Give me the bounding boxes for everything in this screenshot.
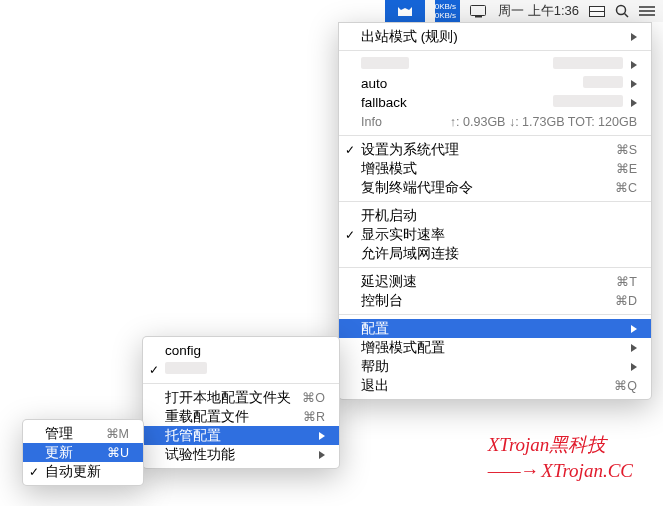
cat-icon — [396, 3, 414, 19]
svg-rect-0 — [471, 5, 486, 15]
menu-label: 增强模式配置 — [361, 339, 623, 357]
svg-rect-4 — [590, 12, 604, 16]
display-icon[interactable] — [470, 5, 488, 18]
watermark: XTrojan黑科技 ——→ XTrojan.CC — [488, 432, 633, 484]
menu-console[interactable]: 控制台 ⌘D — [339, 291, 651, 310]
menu-label: 配置 — [361, 320, 623, 338]
menu-label: 托管配置 — [165, 427, 311, 445]
menu-experimental[interactable]: 试验性功能 — [143, 445, 339, 464]
menu-label: 允许局域网连接 — [361, 245, 637, 263]
shortcut-text: ⌘O — [302, 390, 325, 405]
network-rate: 0KB/s 0KB/s — [435, 0, 460, 22]
menu-proxy-fallback[interactable]: fallback — [339, 93, 651, 112]
managed-config-submenu: 管理 ⌘M 更新 ⌘U 自动更新 — [22, 419, 144, 486]
menu-label: 复制终端代理命令 — [361, 179, 615, 197]
watermark-line1: XTrojan黑科技 — [488, 432, 633, 458]
chevron-right-icon — [319, 432, 325, 440]
chevron-right-icon — [631, 363, 637, 371]
menu-separator — [143, 383, 339, 384]
menu-managed-config[interactable]: 托管配置 — [143, 426, 339, 445]
menu-label: 试验性功能 — [165, 446, 311, 464]
menu-label: 打开本地配置文件夹 — [165, 389, 302, 407]
clock[interactable]: 周一 上午1:36 — [498, 2, 579, 20]
menu-outbound-mode[interactable]: 出站模式 (规则) — [339, 27, 651, 46]
menu-label: Info — [361, 115, 450, 129]
chevron-right-icon — [631, 325, 637, 333]
menu-label: 延迟测速 — [361, 273, 616, 291]
menu-startup[interactable]: 开机启动 — [339, 206, 651, 225]
config-submenu: config 打开本地配置文件夹 ⌘O 重载配置文件 ⌘R 托管配置 试验性功能 — [142, 336, 340, 469]
clash-tray-icon[interactable] — [385, 0, 425, 22]
menu-separator — [339, 201, 651, 202]
menu-enh-config[interactable]: 增强模式配置 — [339, 338, 651, 357]
menu-label: 退出 — [361, 377, 614, 395]
menu-manage[interactable]: 管理 ⌘M — [23, 424, 143, 443]
menu-copy-cmd[interactable]: 复制终端代理命令 ⌘C — [339, 178, 651, 197]
rate-down-label: 0KB/s — [435, 11, 456, 20]
menu-label: 更新 — [45, 444, 107, 462]
menu-label: 增强模式 — [361, 160, 616, 178]
menu-label: 出站模式 (规则) — [361, 28, 623, 46]
menu-realtime[interactable]: 显示实时速率 — [339, 225, 651, 244]
menu-label: 重载配置文件 — [165, 408, 303, 426]
menu-label: 开机启动 — [361, 207, 637, 225]
menu-info: Info ↑: 0.93GB ↓: 1.73GB TOT: 120GB — [339, 112, 651, 131]
svg-line-6 — [625, 14, 629, 18]
shortcut-text: ⌘E — [616, 161, 637, 176]
chevron-right-icon — [631, 33, 637, 41]
menu-lan[interactable]: 允许局域网连接 — [339, 244, 651, 263]
menu-label: 设置为系统代理 — [361, 141, 616, 159]
redacted-text — [553, 57, 623, 69]
control-center-icon[interactable] — [639, 5, 655, 17]
menu-help[interactable]: 帮助 — [339, 357, 651, 376]
arrow-right-icon: ——→ — [488, 460, 542, 481]
menu-auto-update[interactable]: 自动更新 — [23, 462, 143, 481]
redacted-text — [165, 362, 207, 374]
watermark-line2: XTrojan.CC — [541, 460, 633, 481]
menu-label: 自动更新 — [45, 463, 129, 481]
shortcut-text: ⌘M — [106, 426, 129, 441]
tray-main-menu: 出站模式 (规则) auto fallback Info ↑: 0.93GB ↓… — [338, 22, 652, 400]
menu-config-item[interactable]: config — [143, 341, 339, 360]
menu-label: fallback — [361, 95, 553, 110]
input-source-icon[interactable] — [589, 6, 605, 17]
menu-separator — [339, 135, 651, 136]
redacted-text — [553, 95, 623, 107]
menu-proxy-group-1[interactable] — [339, 55, 651, 74]
chevron-right-icon — [631, 344, 637, 352]
menu-reload-config[interactable]: 重载配置文件 ⌘R — [143, 407, 339, 426]
menu-label: auto — [361, 76, 583, 91]
menu-label: 管理 — [45, 425, 106, 443]
menu-config-item-active[interactable] — [143, 360, 339, 379]
shortcut-text: ⌘U — [107, 445, 129, 460]
menu-enhance-mode[interactable]: 增强模式 ⌘E — [339, 159, 651, 178]
menu-system-proxy[interactable]: 设置为系统代理 ⌘S — [339, 140, 651, 159]
menu-label: 帮助 — [361, 358, 623, 376]
svg-point-5 — [617, 6, 626, 15]
shortcut-text: ⌘T — [616, 274, 637, 289]
macos-menubar: 0KB/s 0KB/s 周一 上午1:36 — [385, 0, 663, 22]
chevron-right-icon — [319, 451, 325, 459]
menu-update[interactable]: 更新 ⌘U — [23, 443, 143, 462]
shortcut-text: ⌘S — [616, 142, 637, 157]
menu-separator — [339, 267, 651, 268]
chevron-right-icon — [631, 61, 637, 69]
chevron-right-icon — [631, 99, 637, 107]
menu-label: 控制台 — [361, 292, 615, 310]
shortcut-text: ⌘C — [615, 180, 637, 195]
menu-config[interactable]: 配置 — [339, 319, 651, 338]
shortcut-text: ⌘Q — [614, 378, 637, 393]
menu-quit[interactable]: 退出 ⌘Q — [339, 376, 651, 395]
menu-proxy-auto[interactable]: auto — [339, 74, 651, 93]
menu-open-config-folder[interactable]: 打开本地配置文件夹 ⌘O — [143, 388, 339, 407]
redacted-text — [583, 76, 623, 88]
redacted-text — [361, 57, 409, 69]
shortcut-text: ⌘R — [303, 409, 325, 424]
svg-rect-3 — [590, 7, 604, 11]
menu-latency[interactable]: 延迟测速 ⌘T — [339, 272, 651, 291]
shortcut-text: ⌘D — [615, 293, 637, 308]
menu-label: config — [165, 343, 325, 358]
menu-separator — [339, 314, 651, 315]
menu-label: 显示实时速率 — [361, 226, 637, 244]
spotlight-icon[interactable] — [615, 4, 629, 18]
